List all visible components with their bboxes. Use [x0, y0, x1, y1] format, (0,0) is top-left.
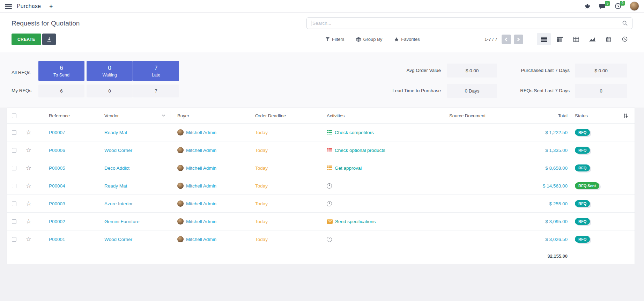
- reference-link[interactable]: P00004: [49, 183, 65, 189]
- user-avatar[interactable]: [630, 1, 639, 11]
- chevron-right-icon: [517, 37, 520, 42]
- favorite-star-icon[interactable]: ☆: [26, 165, 31, 171]
- vendor-link[interactable]: Ready Mat: [104, 183, 127, 189]
- favorite-star-icon[interactable]: ☆: [26, 129, 31, 135]
- buyer-link[interactable]: Mitchell Admin: [186, 183, 216, 189]
- reference-link[interactable]: P00005: [49, 166, 65, 171]
- list-view-button[interactable]: [537, 33, 551, 45]
- table-row[interactable]: ☆ P00003 Azure Interior Mitchell Admin T…: [7, 194, 635, 212]
- table-row[interactable]: ☆ P00004 Ready Mat Mitchell Admin Today …: [7, 177, 635, 194]
- buyer-link[interactable]: Mitchell Admin: [186, 237, 216, 242]
- reference-link[interactable]: P00007: [49, 130, 65, 135]
- vendor-link[interactable]: Wood Corner: [104, 237, 132, 242]
- top-navbar: Purchase + 5 9: [0, 0, 644, 13]
- my-to-send-value[interactable]: 6: [38, 85, 84, 97]
- vendor-link[interactable]: Deco Addict: [104, 166, 129, 171]
- kanban-view-button[interactable]: [553, 33, 567, 45]
- filters-button[interactable]: Filters: [325, 37, 344, 42]
- buyer-avatar: [177, 218, 184, 225]
- row-checkbox[interactable]: [12, 219, 16, 224]
- to-send-card[interactable]: 6To Send: [38, 61, 84, 81]
- reference-link[interactable]: P00006: [49, 148, 65, 153]
- apps-menu-icon[interactable]: [5, 4, 12, 9]
- row-checkbox[interactable]: [12, 166, 16, 170]
- pager-previous-button[interactable]: [502, 35, 511, 44]
- pager-next-button[interactable]: [514, 35, 523, 44]
- header-reference[interactable]: Reference: [36, 108, 98, 123]
- export-download-button[interactable]: [42, 34, 56, 45]
- pivot-view-button[interactable]: [569, 33, 583, 45]
- row-checkbox[interactable]: [12, 237, 16, 242]
- vendor-link[interactable]: Wood Corner: [104, 148, 132, 153]
- search-icon[interactable]: [622, 20, 628, 26]
- reference-link[interactable]: P00001: [49, 237, 65, 242]
- table-row[interactable]: ☆ P00001 Wood Corner Mitchell Admin Toda…: [7, 230, 635, 248]
- activity-envelope-icon[interactable]: [327, 219, 333, 224]
- table-row[interactable]: ☆ P00005 Deco Addict Mitchell Admin Toda…: [7, 159, 635, 177]
- row-checkbox[interactable]: [12, 201, 16, 206]
- favorite-star-icon[interactable]: ☆: [26, 183, 31, 189]
- row-checkbox[interactable]: [12, 148, 16, 153]
- buyer-link[interactable]: Mitchell Admin: [186, 130, 216, 135]
- vendor-link[interactable]: Ready Mat: [104, 130, 127, 135]
- my-waiting-value[interactable]: 0: [87, 85, 133, 97]
- late-card[interactable]: 7Late: [133, 61, 179, 81]
- select-all-checkbox[interactable]: [12, 113, 16, 118]
- optional-columns-sliders-icon[interactable]: [623, 113, 628, 118]
- activity-clock-icon[interactable]: [327, 201, 332, 206]
- status-badge: RFQ: [575, 147, 590, 154]
- waiting-card[interactable]: 0Waiting: [87, 61, 133, 81]
- favorite-star-icon[interactable]: ☆: [26, 200, 31, 207]
- table-row[interactable]: ☆ P00007 Ready Mat Mitchell Admin Today …: [7, 123, 635, 141]
- my-late-value[interactable]: 7: [133, 85, 179, 97]
- activity-label[interactable]: Send specifications: [335, 219, 376, 224]
- vendor-link[interactable]: Azure Interior: [104, 201, 133, 206]
- activity-list-icon[interactable]: [327, 166, 332, 170]
- buyer-avatar: [177, 147, 184, 153]
- search-input[interactable]: Search...: [306, 17, 632, 29]
- header-buyer[interactable]: Buyer: [170, 108, 248, 123]
- header-vendor[interactable]: Vendor: [98, 111, 170, 120]
- debug-bug-icon[interactable]: [584, 3, 591, 9]
- activity-label[interactable]: Check competitors: [335, 130, 374, 135]
- activity-list-icon[interactable]: [327, 130, 332, 135]
- buyer-link[interactable]: Mitchell Admin: [186, 148, 216, 153]
- table-row[interactable]: ☆ P00002 Gemini Furniture Mitchell Admin…: [7, 212, 635, 230]
- order-deadline-value: Today: [255, 219, 268, 224]
- new-tab-button[interactable]: +: [49, 3, 53, 10]
- calendar-view-button[interactable]: [602, 33, 616, 45]
- header-activities[interactable]: Activities: [320, 108, 436, 123]
- activity-clock-icon[interactable]: [327, 237, 332, 242]
- group-by-button[interactable]: Group By: [356, 37, 382, 42]
- favorites-star-icon: [394, 37, 399, 42]
- header-source-document[interactable]: Source Document: [436, 108, 503, 123]
- vendor-link[interactable]: Gemini Furniture: [104, 219, 140, 224]
- row-checkbox[interactable]: [12, 184, 16, 188]
- favorite-star-icon[interactable]: ☆: [26, 236, 31, 242]
- table-row[interactable]: ☆ P00006 Wood Corner Mitchell Admin Toda…: [7, 141, 635, 159]
- header-order-deadline[interactable]: Order Deadline: [248, 108, 320, 123]
- row-checkbox[interactable]: [12, 130, 16, 135]
- header-status[interactable]: Status: [568, 108, 616, 123]
- buyer-link[interactable]: Mitchell Admin: [186, 219, 216, 224]
- activity-label[interactable]: Check optional products: [335, 148, 385, 153]
- total-amount: $ 14,563.00: [543, 183, 568, 189]
- activity-label[interactable]: Get approval: [335, 166, 362, 171]
- reference-link[interactable]: P00002: [49, 219, 65, 224]
- buyer-link[interactable]: Mitchell Admin: [186, 166, 216, 171]
- reference-link[interactable]: P00003: [49, 201, 65, 206]
- favorite-star-icon[interactable]: ☆: [26, 147, 31, 153]
- buyer-link[interactable]: Mitchell Admin: [186, 201, 216, 206]
- favorite-star-icon[interactable]: ☆: [26, 218, 31, 225]
- favorites-button[interactable]: Favorites: [394, 37, 420, 42]
- footer-total-sum: 32,155.00: [547, 254, 568, 259]
- activity-view-button[interactable]: [618, 33, 632, 45]
- graph-view-button[interactable]: [585, 33, 599, 45]
- activity-list-icon[interactable]: [327, 148, 332, 153]
- header-total[interactable]: Total: [503, 108, 568, 123]
- messages-icon[interactable]: 5: [599, 3, 606, 9]
- activity-clock-icon[interactable]: [327, 183, 332, 189]
- activities-clock-icon[interactable]: 9: [615, 3, 621, 9]
- app-title[interactable]: Purchase: [17, 3, 41, 9]
- create-button[interactable]: CREATE: [12, 34, 41, 45]
